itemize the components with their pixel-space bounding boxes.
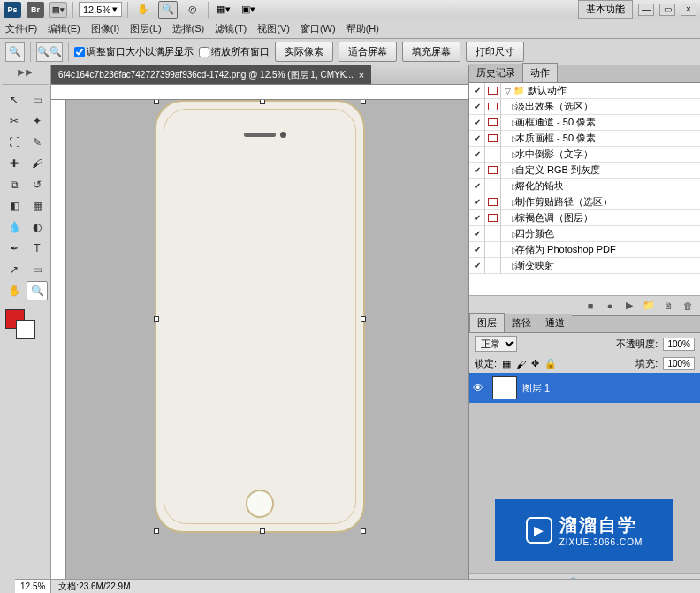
layer-thumbnail[interactable] xyxy=(492,376,517,399)
maximize-button[interactable]: ▭ xyxy=(659,4,675,16)
toolbox-collapse-icon[interactable]: ⯈⯈ xyxy=(18,69,34,84)
action-item[interactable]: ✔▷存储为 Photoshop PDF xyxy=(469,242,700,258)
menu-select[interactable]: 选择(S) xyxy=(172,22,205,35)
screen-mode-icon[interactable]: ▣▾ xyxy=(239,1,258,19)
move-tool[interactable]: ↖ xyxy=(4,90,25,110)
new-action-icon[interactable]: 🗎 xyxy=(661,299,675,313)
document-tab[interactable]: 6f4c164c7b236fac742727399af936cd-1742.pn… xyxy=(51,65,371,84)
action-item[interactable]: ✔▷木质画框 - 50 像素 xyxy=(469,131,700,147)
bridge-icon[interactable]: Br xyxy=(27,2,44,18)
history-brush-tool[interactable]: ↺ xyxy=(27,175,48,194)
menu-file[interactable]: 文件(F) xyxy=(5,22,37,35)
arrange-icon[interactable]: ▦▾ xyxy=(214,1,233,19)
fill-value[interactable]: 100% xyxy=(663,357,695,370)
fill-label: 填充: xyxy=(635,357,658,370)
crop-tool[interactable]: ⛶ xyxy=(4,133,25,152)
stop-icon[interactable]: ■ xyxy=(583,299,597,313)
fit-window-checkbox[interactable]: 调整窗口大小以满屏显示 xyxy=(74,45,194,58)
fill-screen-button[interactable]: 填充屏幕 xyxy=(402,42,460,62)
options-bar: 🔍 🔍🔍 调整窗口大小以满屏显示 缩放所有窗口 实际像素 适合屏幕 填充屏幕 打… xyxy=(0,39,700,65)
scale-all-checkbox[interactable]: 缩放所有窗口 xyxy=(199,45,270,58)
menubar: 文件(F) 编辑(E) 图像(I) 图层(L) 选择(S) 滤镜(T) 视图(V… xyxy=(0,19,700,39)
lasso-tool[interactable]: ✂ xyxy=(4,111,25,131)
brush-tool[interactable]: 🖌 xyxy=(27,154,48,173)
lock-brush-icon[interactable]: 🖌 xyxy=(516,359,526,369)
action-item[interactable]: ✔▷棕褐色调（图层） xyxy=(469,210,700,226)
eye-icon[interactable]: 👁 xyxy=(473,382,487,394)
layer-name[interactable]: 图层 1 xyxy=(522,382,550,395)
opacity-value[interactable]: 100% xyxy=(663,338,695,351)
action-item[interactable]: ✔▷淡出效果（选区） xyxy=(469,99,700,115)
watermark: ▶ 溜溜自学 ZIXUE.3066.COM xyxy=(495,499,673,561)
close-button[interactable]: × xyxy=(681,4,696,16)
zoom-in-out-icon[interactable]: 🔍🔍 xyxy=(36,42,63,62)
mini-bridge-icon[interactable]: ▤▾ xyxy=(49,2,67,18)
action-item[interactable]: ✔▷自定义 RGB 到灰度 xyxy=(469,163,700,179)
menu-window[interactable]: 窗口(W) xyxy=(301,22,336,35)
background-color[interactable] xyxy=(16,320,35,339)
lock-transparency-icon[interactable]: ▦ xyxy=(502,358,511,369)
hand-tool[interactable]: ✋ xyxy=(4,281,25,300)
play-icon[interactable]: ▶ xyxy=(622,299,636,313)
zoom-view-icon[interactable]: 🔍 xyxy=(158,1,178,19)
tab-layers[interactable]: 图层 xyxy=(469,313,505,332)
eraser-tool[interactable]: ◧ xyxy=(4,196,25,216)
marquee-tool[interactable]: ▭ xyxy=(27,90,48,110)
hand-view-icon[interactable]: ✋ xyxy=(133,1,153,19)
workspace-switcher[interactable]: 基本功能 xyxy=(578,0,633,19)
lock-move-icon[interactable]: ✥ xyxy=(531,358,539,369)
dodge-tool[interactable]: ◐ xyxy=(27,217,48,237)
action-set-row[interactable]: ✔▽📁默认动作 xyxy=(469,83,700,99)
new-set-icon[interactable]: 📁 xyxy=(642,299,656,313)
rotate-view-icon[interactable]: ◎ xyxy=(183,1,202,19)
menu-image[interactable]: 图像(I) xyxy=(91,22,119,35)
blur-tool[interactable]: 💧 xyxy=(4,217,25,237)
menu-filter[interactable]: 滤镜(T) xyxy=(215,22,247,35)
action-item[interactable]: ✔▷制作剪贴路径（选区） xyxy=(469,194,700,210)
artwork-iphone xyxy=(155,100,365,533)
action-item[interactable]: ✔▷渐变映射 xyxy=(469,258,700,274)
canvas[interactable] xyxy=(66,100,468,593)
type-tool[interactable]: T xyxy=(27,239,48,258)
lock-all-icon[interactable]: 🔒 xyxy=(544,358,557,369)
action-item[interactable]: ✔▷水中倒影（文字） xyxy=(469,147,700,163)
opacity-label: 不透明度: xyxy=(616,338,658,351)
action-item[interactable]: ✔▷四分颜色 xyxy=(469,226,700,242)
zoom-value[interactable]: 12.5% xyxy=(15,580,51,593)
wand-tool[interactable]: ✦ xyxy=(27,111,48,131)
path-tool[interactable]: ↗ xyxy=(4,260,25,279)
actions-list[interactable]: ✔▽📁默认动作✔▷淡出效果（选区）✔▷画框通道 - 50 像素✔▷木质画框 - … xyxy=(469,83,700,295)
record-icon[interactable]: ● xyxy=(603,299,617,313)
minimize-button[interactable]: — xyxy=(638,4,654,16)
tab-actions[interactable]: 动作 xyxy=(522,63,558,82)
ruler-vertical xyxy=(51,100,66,593)
action-item[interactable]: ✔▷画框通道 - 50 像素 xyxy=(469,115,700,131)
menu-help[interactable]: 帮助(H) xyxy=(346,22,379,35)
tab-close-icon[interactable]: × xyxy=(359,70,364,80)
actual-pixels-button[interactable]: 实际像素 xyxy=(275,42,333,62)
toolbox: ⯈⯈ ↖ ▭ ✂ ✦ ⛶ ✎ ✚ 🖌 ⧉ ↺ ◧ ▦ 💧 ◐ ✒ T ↗ ▭ ✋… xyxy=(0,65,51,593)
stamp-tool[interactable]: ⧉ xyxy=(4,175,25,194)
tab-paths[interactable]: 路径 xyxy=(505,314,538,332)
tab-history[interactable]: 历史记录 xyxy=(469,64,522,82)
shape-tool[interactable]: ▭ xyxy=(27,260,48,279)
current-tool-icon[interactable]: 🔍 xyxy=(5,42,25,62)
menu-view[interactable]: 视图(V) xyxy=(257,22,290,35)
tab-channels[interactable]: 通道 xyxy=(538,314,572,332)
pen-tool[interactable]: ✒ xyxy=(4,239,25,258)
zoom-tool[interactable]: 🔍 xyxy=(27,281,48,300)
layer-row[interactable]: 👁 图层 1 xyxy=(469,373,700,403)
zoom-select[interactable]: 12.5%▾ xyxy=(79,2,122,17)
color-swatches[interactable] xyxy=(2,309,49,345)
menu-layer[interactable]: 图层(L) xyxy=(130,22,161,35)
trash-icon[interactable]: 🗑 xyxy=(681,299,695,313)
print-size-button[interactable]: 打印尺寸 xyxy=(466,42,524,62)
gradient-tool[interactable]: ▦ xyxy=(27,196,48,216)
fit-screen-button[interactable]: 适合屏幕 xyxy=(339,42,397,62)
menu-edit[interactable]: 编辑(E) xyxy=(48,22,80,35)
doc-size-label[interactable]: 文档:23.6M/22.9M xyxy=(51,581,137,593)
eyedropper-tool[interactable]: ✎ xyxy=(27,133,48,152)
blend-mode-select[interactable]: 正常 xyxy=(475,336,517,352)
action-item[interactable]: ✔▷熔化的铅块 xyxy=(469,179,700,194)
heal-tool[interactable]: ✚ xyxy=(4,154,25,173)
